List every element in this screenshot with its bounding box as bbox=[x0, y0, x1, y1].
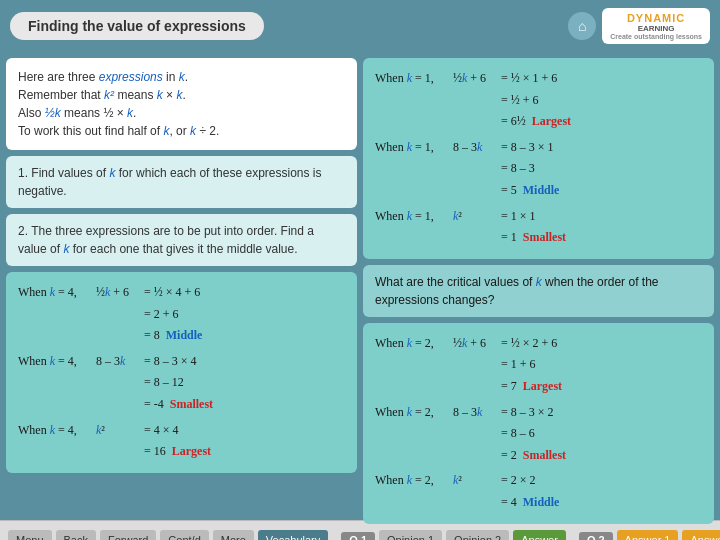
logo-tagline: Create outstanding lessons bbox=[610, 33, 702, 40]
task1-text: Find values of k for which each of these… bbox=[18, 166, 322, 198]
task2-card: 2. The three expressions are to be put i… bbox=[6, 214, 357, 266]
calc-k1-math: When k = 1, ½k + 6 = ½ × 1 + 6 = ½ + 6 =… bbox=[375, 68, 702, 249]
forward-button[interactable]: Forward bbox=[100, 530, 156, 541]
task2-text: The three expressions are to be put into… bbox=[18, 224, 314, 256]
main-content: Here are three expressions in k. Remembe… bbox=[0, 52, 720, 520]
when-k4-expr3: When k = 4, bbox=[18, 420, 88, 442]
left-panel: Here are three expressions in k. Remembe… bbox=[6, 58, 357, 514]
when-k4-expr1: When k = 4, bbox=[18, 282, 88, 304]
answer-button[interactable]: Answer bbox=[513, 530, 566, 541]
logo-top: DYNAMIC bbox=[627, 12, 685, 24]
contd-button[interactable]: Cont/d bbox=[160, 530, 208, 541]
calc-k1-card: When k = 1, ½k + 6 = ½ × 1 + 6 = ½ + 6 =… bbox=[363, 58, 714, 259]
calc-k4-math: When k = 4, ½k + 6 = ½ × 4 + 6 = 2 + 6 =… bbox=[18, 282, 345, 463]
intro-line4: To work this out find half of k, or k ÷ … bbox=[18, 122, 345, 140]
q2-label: Q 2 bbox=[579, 532, 613, 541]
right-panel: When k = 1, ½k + 6 = ½ × 1 + 6 = ½ + 6 =… bbox=[363, 58, 714, 514]
vocabulary-button[interactable]: Vocabulary bbox=[258, 530, 328, 541]
answer1-button[interactable]: Answer 1 bbox=[617, 530, 679, 541]
logo-mid: EARNING bbox=[638, 24, 675, 33]
critical-text: What are the critical values of k when t… bbox=[375, 275, 658, 307]
intro-line1: Here are three expressions in k. bbox=[18, 68, 345, 86]
when-k4-expr2: When k = 4, bbox=[18, 351, 88, 373]
more-button[interactable]: More bbox=[213, 530, 254, 541]
intro-line2: Remember that k² means k × k. bbox=[18, 86, 345, 104]
header: Finding the value of expressions ⌂ DYNAM… bbox=[0, 0, 720, 52]
footer: Menu Back Forward Cont/d More Vocabulary… bbox=[0, 520, 720, 540]
header-icons: ⌂ DYNAMIC EARNING Create outstanding les… bbox=[568, 8, 710, 44]
answer2-button[interactable]: Answer 2 bbox=[682, 530, 720, 541]
footer-buttons: Menu Back Forward Cont/d More Vocabulary… bbox=[0, 521, 720, 540]
intro-card: Here are three expressions in k. Remembe… bbox=[6, 58, 357, 150]
calc-k2-math: When k = 2, ½k + 6 = ½ × 2 + 6 = 1 + 6 =… bbox=[375, 333, 702, 514]
opinion2-button[interactable]: Opinion 2 bbox=[446, 530, 509, 541]
critical-box: What are the critical values of k when t… bbox=[363, 265, 714, 317]
page-title: Finding the value of expressions bbox=[10, 12, 264, 40]
opinion1-button[interactable]: Opinion 1 bbox=[379, 530, 442, 541]
logo: DYNAMIC EARNING Create outstanding lesso… bbox=[602, 8, 710, 44]
nav-home-icon[interactable]: ⌂ bbox=[568, 12, 596, 40]
task1-number: 1. bbox=[18, 166, 31, 180]
menu-button[interactable]: Menu bbox=[8, 530, 52, 541]
task2-number: 2. bbox=[18, 224, 31, 238]
task1-card: 1. Find values of k for which each of th… bbox=[6, 156, 357, 208]
calc-k2-card: When k = 2, ½k + 6 = ½ × 2 + 6 = 1 + 6 =… bbox=[363, 323, 714, 524]
back-button[interactable]: Back bbox=[56, 530, 96, 541]
intro-line3: Also ½k means ½ × k. bbox=[18, 104, 345, 122]
calc-k4-card: When k = 4, ½k + 6 = ½ × 4 + 6 = 2 + 6 =… bbox=[6, 272, 357, 473]
q1-label: Q 1 bbox=[341, 532, 375, 541]
